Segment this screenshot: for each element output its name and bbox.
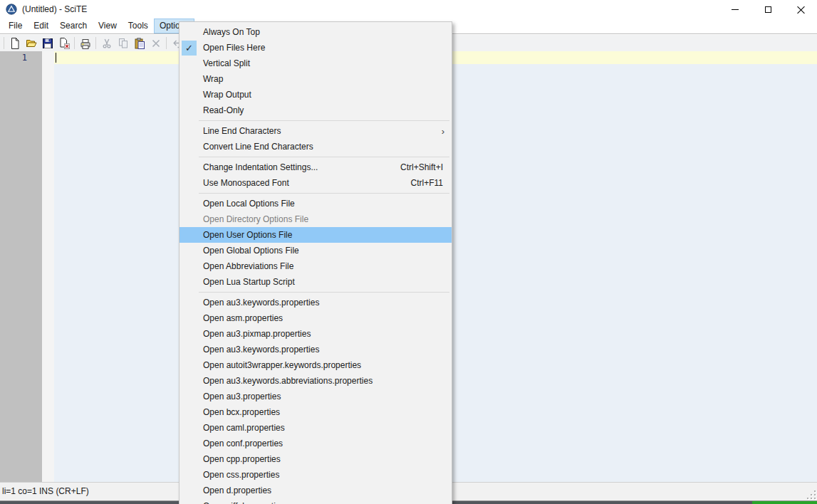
menu-separator [199, 157, 449, 157]
minimize-icon [732, 9, 739, 10]
menu-item-vertical-split[interactable]: Vertical Split [179, 56, 452, 71]
menubar-item-tools[interactable]: Tools [123, 19, 154, 33]
menu-item-wrap[interactable]: Wrap [179, 71, 452, 87]
menu-gutter [182, 405, 197, 420]
menu-item-label: Vertical Split [203, 58, 452, 68]
menu-gutter [182, 374, 197, 389]
menu-gutter [182, 358, 197, 373]
menu-item-label: Open au3.pixmap.properties [203, 329, 452, 339]
menu-gutter [182, 275, 197, 290]
menu-item-label: Open asm.properties [203, 313, 452, 323]
resize-grip-icon[interactable] [806, 490, 816, 499]
menu-gutter [182, 389, 197, 404]
close-file-button[interactable] [56, 36, 72, 51]
menu-item-label: Open Files Here [203, 43, 452, 53]
menu-item-label: Read-Only [203, 105, 452, 115]
menu-gutter [182, 259, 197, 274]
menu-gutter [182, 452, 197, 467]
menu-item-open-global-options-file[interactable]: Open Global Options File [179, 243, 452, 258]
save-file-icon [41, 37, 54, 50]
toolbar-separator [166, 37, 167, 49]
copy-icon [117, 37, 130, 50]
menu-item-label: Use Monospaced Font [203, 178, 411, 188]
close-button[interactable] [784, 0, 817, 19]
menu-gutter [182, 311, 197, 326]
menu-item-label: Convert Line End Characters [203, 142, 452, 152]
menubar-item-edit[interactable]: Edit [28, 19, 54, 33]
menubar-item-view[interactable]: View [93, 19, 123, 33]
menu-item-label: Line End Characters [203, 126, 442, 136]
menu-item-open-au3-keywords-abbreviations-properties[interactable]: Open au3.keywords.abbreviations.properti… [179, 373, 452, 389]
menu-item-open-abbreviations-file[interactable]: Open Abbreviations File [179, 258, 452, 274]
menu-item-open-d-properties[interactable]: Open d.properties [179, 483, 452, 498]
menu-item-label: Open css.properties [203, 470, 452, 480]
menu-item-open-caml-properties[interactable]: Open caml.properties [179, 420, 452, 436]
menu-item-open-user-options-file[interactable]: Open User Options File [179, 227, 452, 243]
paste-button[interactable] [131, 36, 147, 51]
menu-gutter [182, 25, 197, 40]
menu-item-change-indentation-settings[interactable]: Change Indentation Settings...Ctrl+Shift… [179, 159, 452, 175]
menu-item-open-au3-properties[interactable]: Open au3.properties [179, 389, 452, 404]
new-file-icon [9, 37, 21, 50]
line-number-margin: 1 [0, 51, 42, 482]
text-caret [56, 53, 56, 63]
menu-gutter [182, 421, 197, 436]
menu-item-open-css-properties[interactable]: Open css.properties [179, 467, 452, 483]
menu-item-label: Open bcx.properties [203, 407, 452, 417]
menu-gutter [182, 327, 197, 342]
options-menu-popup: Always On Top✓Open Files HereVertical Sp… [179, 21, 452, 504]
menu-item-open-au3-keywords-properties[interactable]: Open au3.keywords.properties [179, 295, 452, 310]
menu-item-open-au3-pixmap-properties[interactable]: Open au3.pixmap.properties [179, 326, 452, 342]
print-icon [79, 37, 92, 50]
menu-item-line-end-characters[interactable]: Line End Characters› [179, 123, 452, 139]
menu-gutter [182, 124, 197, 139]
menubar-item-search[interactable]: Search [54, 19, 93, 33]
menu-item-convert-line-end-characters[interactable]: Convert Line End Characters [179, 139, 452, 154]
menu-item-read-only[interactable]: Read-Only [179, 103, 452, 118]
menu-gutter [182, 196, 197, 211]
menu-item-open-local-options-file[interactable]: Open Local Options File [179, 196, 452, 211]
open-file-button[interactable] [23, 36, 39, 51]
menu-item-open-lua-startup-script[interactable]: Open Lua Startup Script [179, 274, 452, 290]
menu-item-label: Open cpp.properties [203, 454, 452, 464]
menu-item-label: Open au3.keywords.abbreviations.properti… [203, 376, 452, 386]
menu-item-open-cpp-properties[interactable]: Open cpp.properties [179, 451, 452, 467]
check-icon: ✓ [182, 41, 197, 56]
save-file-button[interactable] [39, 36, 56, 51]
menu-item-shortcut: Ctrl+Shift+I [400, 162, 452, 172]
menu-gutter [182, 342, 197, 357]
menu-item-open-au3-keywords-properties[interactable]: Open au3.keywords.properties [179, 342, 452, 357]
menu-separator [199, 193, 449, 194]
statusbar-text: li=1 co=1 INS (CR+LF) [2, 486, 89, 496]
menu-item-label: Open autoit3wrapper.keywords.properties [203, 360, 452, 370]
menubar-item-file[interactable]: File [3, 19, 28, 33]
menu-item-label: Open Lua Startup Script [203, 277, 452, 287]
menu-gutter [182, 468, 197, 483]
menu-item-label: Open Directory Options File [203, 214, 452, 224]
menu-item-open-conf-properties[interactable]: Open conf.properties [179, 436, 452, 451]
minimize-button[interactable] [719, 0, 751, 19]
maximize-button[interactable] [751, 0, 784, 19]
menu-item-open-eiffel-properties[interactable]: Open eiffel.properties [179, 498, 452, 504]
toolbar-separator [74, 37, 75, 49]
titlebar: (Untitled) - SciTE [0, 0, 817, 19]
menu-item-open-autoit3wrapper-keywords-properties[interactable]: Open autoit3wrapper.keywords.properties [179, 357, 452, 373]
menu-item-label: Open conf.properties [203, 439, 452, 448]
menu-item-use-monospaced-font[interactable]: Use Monospaced FontCtrl+F11 [179, 175, 452, 191]
menu-item-always-on-top[interactable]: Always On Top [179, 24, 452, 40]
close-file-icon [58, 37, 71, 50]
menu-gutter [182, 212, 197, 227]
print-button[interactable] [77, 36, 93, 51]
menu-separator [199, 120, 449, 121]
menu-item-open-asm-properties[interactable]: Open asm.properties [179, 310, 452, 326]
menu-item-label: Open d.properties [203, 485, 452, 495]
new-file-button[interactable] [6, 36, 23, 51]
toolbar-separator [4, 37, 4, 49]
menu-item-label: Open au3.keywords.properties [203, 298, 452, 308]
scite-window: { "titlebar": { "title": "(Untitled) - S… [0, 0, 817, 504]
menu-item-open-bcx-properties[interactable]: Open bcx.properties [179, 404, 452, 420]
menu-item-open-files-here[interactable]: ✓Open Files Here [179, 40, 452, 56]
menu-item-wrap-output[interactable]: Wrap Output [179, 87, 452, 103]
cut-button [98, 36, 115, 51]
cut-icon [100, 37, 113, 50]
